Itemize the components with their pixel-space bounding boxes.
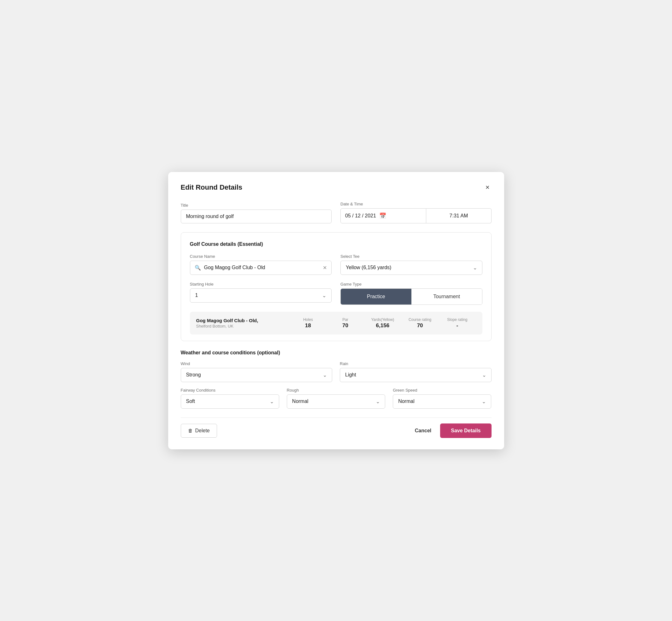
- game-type-label: Game Type: [340, 282, 482, 287]
- title-label: Title: [181, 203, 332, 208]
- slope-rating-value: -: [457, 323, 458, 329]
- weather-title: Weather and course conditions (optional): [181, 350, 492, 356]
- starting-hole-group: Starting Hole 1 ⌄: [190, 282, 332, 305]
- green-speed-group: Green Speed Normal ⌄: [393, 388, 491, 409]
- course-rating-stat: Course rating 70: [401, 318, 438, 329]
- top-row: Title Date & Time 05 / 12 / 2021 📅 7:31 …: [181, 202, 492, 223]
- date-time-row: 05 / 12 / 2021 📅 7:31 AM: [340, 208, 492, 223]
- starting-hole-game-type-row: Starting Hole 1 ⌄ Game Type Practice Tou…: [190, 282, 482, 305]
- chevron-down-icon: ⌄: [322, 292, 326, 298]
- datetime-label: Date & Time: [340, 202, 492, 206]
- chevron-down-icon: ⌄: [482, 399, 486, 405]
- modal-footer: 🗑 Delete Cancel Save Details: [181, 417, 492, 438]
- select-tee-value: Yellow (6,156 yards): [346, 265, 473, 271]
- chevron-down-icon: ⌄: [482, 372, 486, 378]
- game-type-group: Game Type Practice Tournament: [340, 282, 482, 305]
- course-name-text[interactable]: [204, 265, 320, 271]
- wind-label: Wind: [181, 361, 333, 366]
- fairway-label: Fairway Conditions: [181, 388, 279, 392]
- golf-course-section: Golf Course details (Essential) Course N…: [181, 232, 492, 341]
- calendar-icon: 📅: [379, 212, 386, 219]
- date-value: 05 / 12 / 2021: [345, 213, 376, 219]
- chevron-down-icon: ⌄: [473, 265, 477, 271]
- footer-right: Cancel Save Details: [415, 423, 492, 438]
- rough-dropdown[interactable]: Normal ⌄: [287, 395, 385, 409]
- golf-course-title: Golf Course details (Essential): [190, 241, 482, 247]
- course-info-name: Gog Magog Golf Club - Old, Shelford Bott…: [196, 318, 290, 329]
- time-value: 7:31 AM: [450, 213, 468, 219]
- rain-group: Rain Light ⌄: [340, 361, 492, 382]
- rough-group: Rough Normal ⌄: [287, 388, 385, 409]
- starting-hole-dropdown[interactable]: 1 ⌄: [190, 288, 332, 303]
- time-input[interactable]: 7:31 AM: [426, 208, 491, 223]
- starting-hole-label: Starting Hole: [190, 282, 332, 287]
- search-icon: 🔍: [195, 265, 201, 271]
- course-rating-value: 70: [417, 323, 423, 329]
- green-speed-label: Green Speed: [393, 388, 491, 392]
- datetime-field-group: Date & Time 05 / 12 / 2021 📅 7:31 AM: [340, 202, 492, 223]
- fairway-dropdown[interactable]: Soft ⌄: [181, 395, 279, 409]
- holes-value: 18: [305, 323, 311, 329]
- rain-value: Light: [345, 372, 482, 378]
- chevron-down-icon: ⌄: [323, 372, 327, 378]
- rough-label: Rough: [287, 388, 385, 392]
- edit-round-modal: Edit Round Details × Title Date & Time 0…: [168, 172, 504, 449]
- course-name-input[interactable]: 🔍 ✕: [190, 261, 332, 275]
- close-button[interactable]: ×: [484, 183, 492, 192]
- course-name-tee-row: Course Name 🔍 ✕ Select Tee Yellow (6,156…: [190, 254, 482, 275]
- slope-rating-stat: Slope rating -: [438, 318, 476, 329]
- delete-label: Delete: [195, 428, 210, 433]
- wind-dropdown[interactable]: Strong ⌄: [181, 368, 333, 382]
- fairway-group: Fairway Conditions Soft ⌄: [181, 388, 279, 409]
- holes-stat: Holes 18: [289, 318, 327, 329]
- rough-value: Normal: [292, 399, 376, 404]
- conditions-row: Fairway Conditions Soft ⌄ Rough Normal ⌄…: [181, 388, 492, 409]
- rain-dropdown[interactable]: Light ⌄: [340, 368, 492, 382]
- practice-button[interactable]: Practice: [341, 289, 411, 304]
- green-speed-value: Normal: [398, 399, 482, 404]
- modal-title: Edit Round Details: [181, 183, 243, 192]
- par-label: Par: [342, 318, 348, 322]
- yards-label: Yards(Yellow): [371, 318, 394, 322]
- starting-hole-value: 1: [195, 292, 323, 298]
- save-button[interactable]: Save Details: [440, 423, 491, 438]
- clear-icon[interactable]: ✕: [323, 265, 327, 271]
- weather-section: Weather and course conditions (optional)…: [181, 350, 492, 409]
- modal-header: Edit Round Details ×: [181, 183, 492, 192]
- select-tee-dropdown[interactable]: Yellow (6,156 yards) ⌄: [340, 261, 482, 275]
- par-value: 70: [342, 323, 348, 329]
- green-speed-dropdown[interactable]: Normal ⌄: [393, 395, 491, 409]
- title-field-group: Title: [181, 203, 332, 223]
- slope-rating-label: Slope rating: [447, 318, 467, 322]
- rain-label: Rain: [340, 361, 492, 366]
- yards-value: 6,156: [376, 323, 390, 329]
- wind-group: Wind Strong ⌄: [181, 361, 333, 382]
- course-location: Shelford Bottom, UK: [196, 324, 290, 329]
- trash-icon: 🗑: [188, 428, 193, 433]
- chevron-down-icon: ⌄: [376, 399, 380, 405]
- course-name-display: Gog Magog Golf Club - Old,: [196, 318, 290, 323]
- tournament-button[interactable]: Tournament: [411, 289, 482, 304]
- par-stat: Par 70: [327, 318, 364, 329]
- holes-label: Holes: [303, 318, 313, 322]
- course-info-row: Gog Magog Golf Club - Old, Shelford Bott…: [190, 312, 482, 334]
- fairway-value: Soft: [186, 399, 270, 404]
- delete-button[interactable]: 🗑 Delete: [181, 424, 217, 438]
- course-rating-label: Course rating: [409, 318, 431, 322]
- wind-value: Strong: [186, 372, 323, 378]
- chevron-down-icon: ⌄: [270, 399, 274, 405]
- course-name-label: Course Name: [190, 254, 332, 259]
- date-input[interactable]: 05 / 12 / 2021 📅: [340, 208, 426, 223]
- yards-stat: Yards(Yellow) 6,156: [364, 318, 401, 329]
- title-input[interactable]: [181, 210, 332, 223]
- cancel-button[interactable]: Cancel: [415, 424, 431, 437]
- wind-rain-row: Wind Strong ⌄ Rain Light ⌄: [181, 361, 492, 382]
- select-tee-group: Select Tee Yellow (6,156 yards) ⌄: [340, 254, 482, 275]
- course-name-group: Course Name 🔍 ✕: [190, 254, 332, 275]
- game-type-toggle: Practice Tournament: [340, 288, 482, 305]
- select-tee-label: Select Tee: [340, 254, 482, 259]
